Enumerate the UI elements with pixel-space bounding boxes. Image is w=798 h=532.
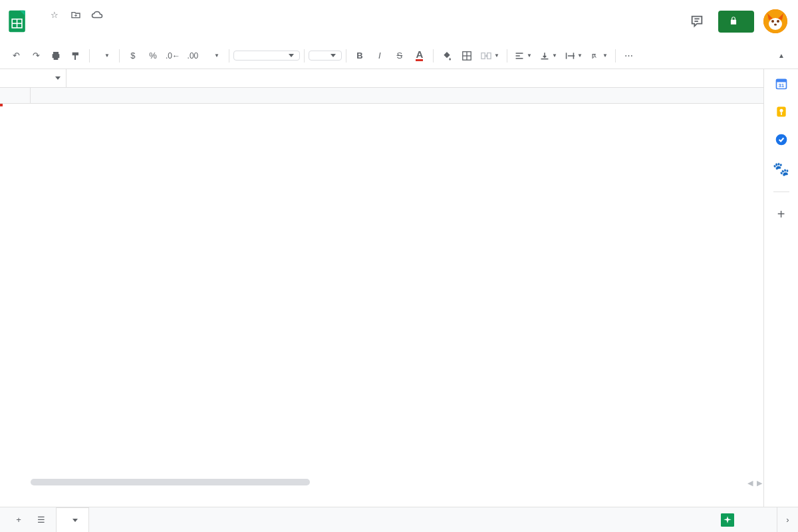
menu-insert[interactable]: [64, 29, 73, 35]
paint-format-button[interactable]: [66, 47, 85, 65]
increase-decimal-button[interactable]: .00: [184, 47, 202, 65]
hide-side-panel-button[interactable]: ›: [777, 507, 798, 532]
svg-text:31: 31: [778, 82, 783, 88]
fill-color-button[interactable]: [438, 47, 456, 65]
menu-bar: [36, 24, 685, 40]
name-box-dropdown-icon[interactable]: [55, 76, 61, 80]
share-button[interactable]: [718, 11, 754, 33]
italic-button[interactable]: I: [370, 47, 389, 65]
undo-button[interactable]: ↶: [7, 47, 25, 65]
decrease-decimal-button[interactable]: .0←: [164, 47, 182, 65]
sheet-tab-menu-icon[interactable]: [72, 519, 78, 522]
docs-header: ☆: [0, 0, 798, 43]
svg-rect-27: [776, 79, 786, 82]
add-addon-icon[interactable]: +: [777, 207, 785, 222]
redo-button[interactable]: ↷: [27, 47, 45, 65]
keep-icon[interactable]: [775, 105, 788, 118]
merge-button[interactable]: [477, 47, 503, 65]
bold-button[interactable]: B: [350, 47, 369, 65]
menu-addons[interactable]: [101, 29, 110, 35]
menu-data[interactable]: [82, 29, 92, 35]
percent-button[interactable]: %: [144, 47, 162, 65]
toolbar: ↶ ↷ $ % .0← .00 B I S A A ⋯: [0, 43, 798, 69]
cloud-icon[interactable]: [90, 8, 104, 21]
svg-point-11: [771, 20, 774, 23]
halign-button[interactable]: [511, 47, 535, 65]
svg-point-13: [774, 24, 777, 26]
account-avatar[interactable]: [763, 9, 787, 33]
side-panel: 31 🐾 +: [763, 69, 798, 508]
horizontal-scrollbar[interactable]: [31, 479, 758, 487]
move-icon[interactable]: [69, 8, 82, 21]
all-sheets-button[interactable]: ☰: [32, 511, 51, 529]
zoom-select[interactable]: [94, 53, 115, 59]
explore-icon: [721, 513, 734, 527]
font-select[interactable]: [233, 51, 300, 61]
svg-point-30: [779, 109, 783, 112]
svg-rect-31: [781, 112, 782, 115]
rows-area[interactable]: [0, 104, 798, 513]
calendar-icon[interactable]: 31: [775, 77, 788, 90]
valign-button[interactable]: [537, 47, 561, 65]
star-icon[interactable]: ☆: [48, 8, 61, 21]
menu-edit[interactable]: [45, 29, 55, 35]
formula-bar: [0, 69, 798, 88]
text-color-button[interactable]: A: [410, 47, 429, 65]
more-toolbar-button[interactable]: ⋯: [620, 47, 638, 65]
svg-rect-17: [481, 53, 485, 59]
sheet-tab-deliveries[interactable]: [56, 507, 89, 533]
lock-icon: [729, 16, 738, 27]
add-sheet-button[interactable]: +: [9, 511, 28, 529]
menu-format[interactable]: [73, 29, 82, 35]
font-size-select[interactable]: [309, 51, 342, 61]
menu-tools[interactable]: [92, 29, 101, 35]
more-formats-button[interactable]: [203, 53, 225, 59]
print-button[interactable]: [47, 47, 65, 65]
title-area: ☆: [36, 5, 685, 40]
doc-title[interactable]: [36, 13, 44, 16]
tasks-icon[interactable]: [775, 133, 788, 146]
explore-button[interactable]: [713, 509, 747, 531]
borders-button[interactable]: [458, 47, 476, 65]
comments-button[interactable]: [685, 9, 709, 33]
wrap-button[interactable]: [562, 47, 586, 65]
main-area: ◀ ▶: [0, 88, 798, 513]
spreadsheet-grid[interactable]: ◀ ▶: [0, 88, 798, 513]
menu-view[interactable]: [55, 29, 64, 35]
header-actions: [685, 9, 787, 33]
currency-button[interactable]: $: [124, 47, 142, 65]
select-all-corner[interactable]: [0, 88, 31, 103]
hscroll-arrows[interactable]: ◀ ▶: [747, 479, 762, 487]
column-headers[interactable]: [0, 88, 798, 104]
menu-file[interactable]: [36, 29, 45, 35]
paw-icon[interactable]: 🐾: [773, 161, 789, 177]
sheets-logo[interactable]: [5, 8, 32, 35]
collapse-toolbar-button[interactable]: [771, 47, 791, 65]
menu-help[interactable]: [110, 29, 120, 35]
strikethrough-button[interactable]: S: [390, 47, 409, 65]
sheet-bar: + ☰: [0, 507, 777, 532]
name-box[interactable]: [0, 69, 66, 87]
svg-point-12: [777, 20, 779, 23]
svg-text:A: A: [593, 54, 597, 59]
highlight-annotation: [0, 104, 3, 106]
rotate-button[interactable]: A: [587, 47, 611, 65]
